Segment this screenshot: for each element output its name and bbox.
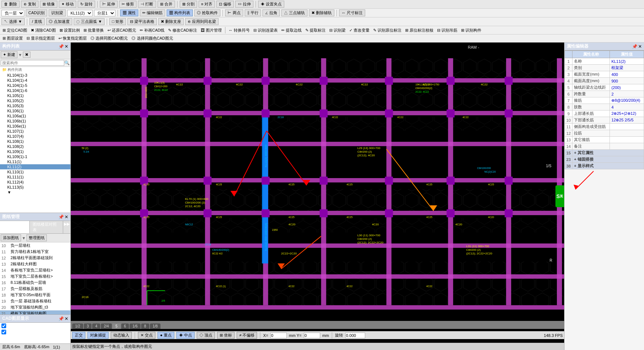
- drawing-list-item[interactable]: 122栋墙柱平面图基础顶到: [0, 255, 70, 261]
- list-item[interactable]: KL109(1): [0, 149, 70, 154]
- btn-stretch[interactable]: ⇔ 拉伸: [235, 1, 253, 8]
- prop-value[interactable]: [610, 137, 644, 143]
- tab-drawing-floormap[interactable]: 图纸楼层对照表: [30, 221, 63, 233]
- prop-sec-label[interactable]: + 其它属性: [572, 150, 644, 156]
- btn-beam-table[interactable]: ⊟ 梁平法表格: [127, 18, 157, 25]
- btn-mirror[interactable]: ⊠ 镜像: [40, 1, 57, 8]
- add-drawing-btn[interactable]: 添加图纸: [1, 234, 21, 241]
- list-item[interactable]: KL108(1): [0, 139, 70, 144]
- btn-cad-recog[interactable]: CAD识别: [26, 9, 47, 16]
- btn-set-scale[interactable]: ⊠ 设置比例: [58, 27, 81, 33]
- prop-value[interactable]: 2⊕25+(2⊕12): [610, 110, 644, 117]
- organize-drawing-btn[interactable]: 整理图纸: [27, 234, 47, 241]
- list-item[interactable]: KL106b(1): [0, 118, 70, 124]
- pin-prop-btn[interactable]: 📌: [632, 43, 637, 49]
- list-item[interactable]: KL111(1): [0, 174, 70, 180]
- canvas-tab[interactable]: 4: [92, 323, 100, 329]
- search-input[interactable]: [1, 60, 64, 66]
- btn-3point-aux[interactable]: △ 三点辅轨: [281, 9, 307, 16]
- cad-layer-check2[interactable]: [1, 330, 6, 334]
- drawing-list-item[interactable]: 11剪力墙柱表1栋地下室: [0, 249, 70, 255]
- prop-value[interactable]: 框架梁: [610, 65, 644, 71]
- btn-dynamic[interactable]: 动态输入: [111, 332, 132, 339]
- btn-clear-cad[interactable]: ✖ 清除CAD图: [30, 27, 57, 33]
- drawing-list-item[interactable]: 19负一层 基础顶各栋墙柱: [0, 298, 70, 304]
- btn-grab-comp[interactable]: ◎ 抢取构件: [194, 9, 220, 16]
- rot-input[interactable]: [345, 333, 365, 338]
- canvas-tab[interactable]: 3: [84, 323, 92, 329]
- btn-twopoint[interactable]: ⊢ 两点: [225, 9, 243, 16]
- btn-ortho[interactable]: 正交: [72, 332, 85, 339]
- floor-select[interactable]: 负一层: [1, 10, 24, 16]
- btn-edit-rebar[interactable]: ✏ 编辑钢筋: [140, 9, 165, 16]
- btn-conv-sym[interactable]: ↔ 转换符号: [228, 27, 251, 33]
- btn-extend[interactable]: ⊢ 延伸: [100, 1, 118, 8]
- list-item[interactable]: KL105(1): [0, 93, 70, 98]
- drawing-list-item[interactable]: 20地下室顶板结构图_t3: [0, 304, 70, 310]
- drawing-list-item[interactable]: 14各栋地下室负二层墙柱>: [0, 267, 70, 273]
- list-item[interactable]: KL112(4): [0, 180, 70, 185]
- tab-drawing-filelist[interactable]: 图纸文件列表: [0, 221, 30, 233]
- btn-recog-comp[interactable]: ⊞ 识别构件: [460, 27, 482, 33]
- list-item[interactable]: 📁 构件列表: [0, 67, 70, 73]
- btn-property[interactable]: ☰ 属性: [120, 9, 138, 16]
- btn-batch-replace[interactable]: ⊞ 批量替换: [82, 27, 105, 33]
- btn-comp-list[interactable]: ☰ 构件列表: [167, 9, 193, 16]
- drawing-list-item[interactable]: 15地下室负二层各栋墙柱>: [0, 273, 70, 279]
- btn-recog-hook[interactable]: ⊟ 识别吊筋: [436, 27, 458, 33]
- list-item[interactable]: KL105(2): [0, 98, 70, 103]
- close-drawing-btn[interactable]: ✕: [65, 214, 68, 220]
- prop-value[interactable]: 2: [610, 91, 644, 97]
- list-item[interactable]: KL11(1): [0, 159, 70, 164]
- drawing-list-item-selected[interactable]: 21楼板下室顶板结构图: [0, 310, 70, 314]
- btn-sel-same-color[interactable]: ◎ 选择同颜色CAD图元: [130, 35, 174, 41]
- btn-trim[interactable]: ✂ 修剪: [119, 1, 136, 8]
- list-item[interactable]: KL107(1): [0, 129, 70, 134]
- btn-snap[interactable]: 对象捕捉: [87, 332, 109, 339]
- btn-pullangle[interactable]: ∠ 拉角: [262, 9, 280, 16]
- list-item[interactable]: KL104(1)-3: [0, 73, 70, 78]
- canvas-tab[interactable]: 6: [121, 323, 129, 329]
- btn-apply-same[interactable]: ⊕ 应用到同名梁: [185, 18, 219, 25]
- btn-locate-cad[interactable]: ⊞ 定位CAD图: [1, 27, 28, 33]
- prop-value[interactable]: 400: [610, 71, 644, 78]
- btn-delete[interactable]: 🗑 删除: [1, 1, 20, 8]
- prop-value[interactable]: 900: [610, 78, 644, 84]
- btn-show-layer[interactable]: ⊟ 显示指定图层: [25, 35, 56, 41]
- btn-intersection[interactable]: ✕ 交点: [138, 332, 155, 339]
- cad-layer-check1[interactable]: [1, 323, 6, 328]
- list-item[interactable]: KL109(1)-1: [0, 154, 70, 159]
- btn-draw-cad-line[interactable]: ✏ 补画CAD线: [139, 27, 166, 33]
- btn-point-acc[interactable]: ◎ 点加速度: [46, 18, 72, 25]
- element-select[interactable]: KL11(2): [67, 10, 93, 16]
- canvas-tab[interactable]: 2/4: [101, 323, 112, 329]
- x-input[interactable]: [270, 333, 287, 338]
- btn-move[interactable]: ✦ 移动: [59, 1, 76, 8]
- btn-coord[interactable]: ⊞ 坐标: [217, 332, 235, 339]
- drawing-list-item[interactable]: 17负一层模板及板筋: [0, 286, 70, 292]
- btn-split[interactable]: ⊠ 分割: [180, 1, 197, 8]
- btn-check-change[interactable]: ✓ 查改变量: [348, 27, 371, 33]
- btn-dim[interactable]: ↔ 尺寸标注: [339, 9, 365, 16]
- canvas-tab[interactable]: 8: [141, 323, 149, 329]
- btn-recog-lianliang[interactable]: ⊟ 识别连梁表: [252, 27, 279, 33]
- btn-align[interactable]: ≡ 对齐: [199, 1, 215, 8]
- btn-calib-inplace[interactable]: ⊞ 原位标注校核: [404, 27, 435, 33]
- center-canvas[interactable]: 300×800 10KL1(3) C8#12=200 2C22, 4C22 4C…: [71, 43, 564, 350]
- prop-value[interactable]: [610, 124, 644, 130]
- btn-restore-layer[interactable]: ↩ 恢复指定图层: [57, 35, 88, 41]
- btn-midpoint[interactable]: ◈ 中点: [176, 332, 195, 339]
- drawing-list-item[interactable]: 132栋墙柱大样图: [0, 261, 70, 267]
- list-item[interactable]: KL104(1)-5: [0, 83, 70, 88]
- prop-value[interactable]: 12⊕25 2/5/5: [610, 117, 644, 124]
- drawing-list-item[interactable]: 168.11栋基础负一层墙: [0, 279, 70, 286]
- btn-recog-inplace[interactable]: ✎ 识别原位标注: [372, 27, 403, 33]
- btn-mod-cad-dim[interactable]: ✎ 修改CAD标注: [167, 27, 198, 33]
- btn-rotate[interactable]: ↻ 旋转: [78, 1, 95, 8]
- prop-value[interactable]: [610, 143, 644, 150]
- list-item[interactable]: KL106(1): [0, 108, 70, 113]
- add-drawing-dropdown[interactable]: ▼: [22, 236, 26, 240]
- list-item-selected[interactable]: KL11(2): [0, 164, 70, 169]
- btn-3arc[interactable]: ◌ 三点圆弧 ▼: [74, 18, 105, 25]
- list-item[interactable]: KL113(5): [0, 185, 70, 190]
